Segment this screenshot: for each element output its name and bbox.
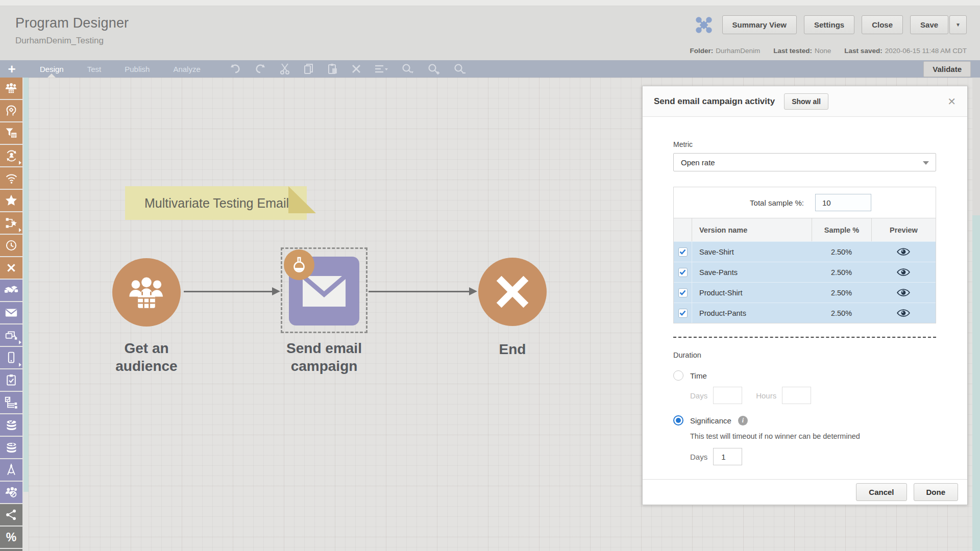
node-end[interactable] bbox=[478, 258, 547, 326]
save-dropdown-button[interactable]: ▼ bbox=[949, 15, 967, 34]
close-button[interactable]: Close bbox=[862, 15, 903, 34]
significance-days-label: Days bbox=[690, 453, 707, 461]
duration-label: Duration bbox=[673, 351, 936, 359]
program-meta: Folder:DurhamDenim Last tested:None Last… bbox=[690, 47, 967, 55]
palette-database-check-icon[interactable] bbox=[0, 414, 22, 436]
preview-eye-icon[interactable] bbox=[871, 262, 936, 282]
done-button[interactable]: Done bbox=[914, 483, 959, 501]
version-checkbox[interactable] bbox=[678, 309, 688, 318]
summary-view-button[interactable]: Summary View bbox=[722, 15, 797, 34]
version-checkbox[interactable] bbox=[678, 268, 688, 277]
save-button[interactable]: Save bbox=[910, 15, 948, 34]
palette-checkbox-tree-icon[interactable] bbox=[0, 392, 22, 413]
preview-eye-icon[interactable] bbox=[871, 303, 936, 323]
undo-icon[interactable] bbox=[230, 64, 241, 74]
time-label: Time bbox=[690, 371, 707, 380]
cut-icon[interactable] bbox=[280, 63, 290, 74]
palette-star-icon[interactable] bbox=[0, 190, 22, 211]
node-send-email[interactable] bbox=[289, 257, 359, 325]
significance-days-row: Days bbox=[690, 448, 936, 465]
zoom-level-icon[interactable] bbox=[402, 63, 414, 74]
delete-icon[interactable] bbox=[352, 64, 361, 73]
add-icon[interactable]: + bbox=[0, 61, 23, 77]
zoom-out-icon[interactable] bbox=[454, 63, 466, 74]
time-radio[interactable] bbox=[673, 370, 683, 381]
palette-hash-icon[interactable]: # bbox=[0, 549, 22, 551]
palette-clipboard-check-icon[interactable] bbox=[0, 369, 22, 391]
info-icon[interactable]: i bbox=[738, 416, 748, 425]
palette-scrollbar[interactable] bbox=[23, 78, 29, 492]
palette-audience-calendar-icon[interactable] bbox=[0, 78, 22, 99]
time-option-row: Time bbox=[673, 370, 936, 381]
palette-pages-node-icon[interactable] bbox=[0, 324, 22, 346]
version-checkbox[interactable] bbox=[678, 288, 688, 297]
header-version-name: Version name bbox=[692, 218, 812, 241]
palette-history-clock-icon[interactable] bbox=[0, 235, 22, 256]
metric-dropdown[interactable]: Open rate bbox=[673, 153, 936, 171]
tab-test[interactable]: Test bbox=[86, 61, 103, 78]
palette-share-icon[interactable] bbox=[0, 504, 22, 525]
palette-filter-calendar-icon[interactable] bbox=[0, 122, 22, 144]
metric-label: Metric bbox=[673, 140, 936, 148]
palette-email-envelope-icon[interactable] bbox=[0, 302, 22, 323]
palette-path-star-icon[interactable] bbox=[0, 212, 22, 234]
time-hours-input[interactable] bbox=[782, 387, 811, 404]
email-activity-panel: Send email campaign activity Show all ✕ … bbox=[642, 86, 968, 505]
paste-icon[interactable] bbox=[328, 63, 338, 74]
palette-people-block-icon[interactable] bbox=[0, 482, 22, 503]
node-get-audience[interactable] bbox=[112, 258, 181, 327]
panel-footer: Cancel Done bbox=[643, 479, 967, 505]
total-sample-row: Total sample %: bbox=[674, 187, 936, 218]
preview-eye-icon[interactable] bbox=[871, 283, 936, 303]
palette-mobile-icon[interactable] bbox=[0, 347, 22, 368]
significance-radio[interactable] bbox=[673, 415, 683, 425]
metric-value: Open rate bbox=[681, 158, 715, 167]
table-row: Save-Shirt 2.50% bbox=[674, 241, 936, 262]
settings-button[interactable]: Settings bbox=[804, 15, 854, 34]
tab-publish[interactable]: Publish bbox=[124, 61, 151, 78]
palette-signal-icon[interactable] bbox=[0, 167, 22, 189]
palette-person-sync-icon[interactable] bbox=[0, 145, 22, 166]
align-icon[interactable] bbox=[375, 64, 388, 73]
preview-eye-icon[interactable] bbox=[871, 242, 936, 262]
palette-database-arrow-icon[interactable] bbox=[0, 437, 22, 458]
mode-tabs: Design Test Publish Analyze bbox=[39, 61, 202, 78]
design-toolbar: + Design Test Publish Analyze bbox=[0, 60, 980, 78]
header-checkbox-column bbox=[674, 218, 692, 241]
palette-handshake-icon[interactable] bbox=[0, 280, 22, 301]
tab-analyze[interactable]: Analyze bbox=[172, 61, 201, 78]
palette-percent-icon[interactable]: % bbox=[0, 527, 22, 548]
zoom-in-icon[interactable] bbox=[428, 63, 440, 74]
version-name: Save-Shirt bbox=[692, 242, 812, 262]
palette-compass-icon[interactable] bbox=[0, 459, 22, 481]
panel-title: Send email campaign activity bbox=[654, 96, 775, 107]
tab-design[interactable]: Design bbox=[39, 61, 65, 78]
significance-days-input[interactable] bbox=[713, 448, 742, 465]
palette-head-gear-icon[interactable] bbox=[0, 100, 22, 121]
canvas-scrollbar-thumb[interactable] bbox=[972, 215, 980, 551]
version-checkbox[interactable] bbox=[678, 247, 688, 257]
header-sample: Sample % bbox=[812, 218, 871, 241]
validate-button[interactable]: Validate bbox=[923, 61, 971, 77]
time-days-input[interactable] bbox=[713, 387, 742, 404]
table-row: Product-Shirt 2.50% bbox=[674, 282, 936, 303]
cancel-button[interactable]: Cancel bbox=[856, 483, 906, 501]
days-label: Days bbox=[690, 391, 707, 400]
toolbar-icon-group bbox=[230, 63, 466, 74]
program-name: DurhamDenim_Testing bbox=[15, 36, 104, 46]
sticky-note[interactable]: Multivariate Testing Email bbox=[125, 186, 307, 220]
panel-body: Metric Open rate Total sample %: Version… bbox=[643, 117, 967, 465]
total-sample-input[interactable] bbox=[815, 194, 871, 211]
palette-end-x-icon[interactable] bbox=[0, 257, 22, 279]
panel-close-icon[interactable]: ✕ bbox=[947, 96, 956, 107]
sticky-note-text: Multivariate Testing Email bbox=[144, 196, 289, 211]
sticky-note-fold bbox=[288, 186, 316, 213]
folder-meta: Folder:DurhamDenim bbox=[690, 47, 761, 55]
redo-icon[interactable] bbox=[255, 64, 266, 74]
canvas-scrollbar-track[interactable] bbox=[972, 78, 980, 551]
dashed-divider bbox=[673, 337, 936, 338]
node-send-email-selection[interactable] bbox=[281, 247, 368, 333]
show-all-button[interactable]: Show all bbox=[784, 93, 828, 110]
header-preview: Preview bbox=[871, 218, 936, 241]
copy-icon[interactable] bbox=[304, 63, 314, 74]
